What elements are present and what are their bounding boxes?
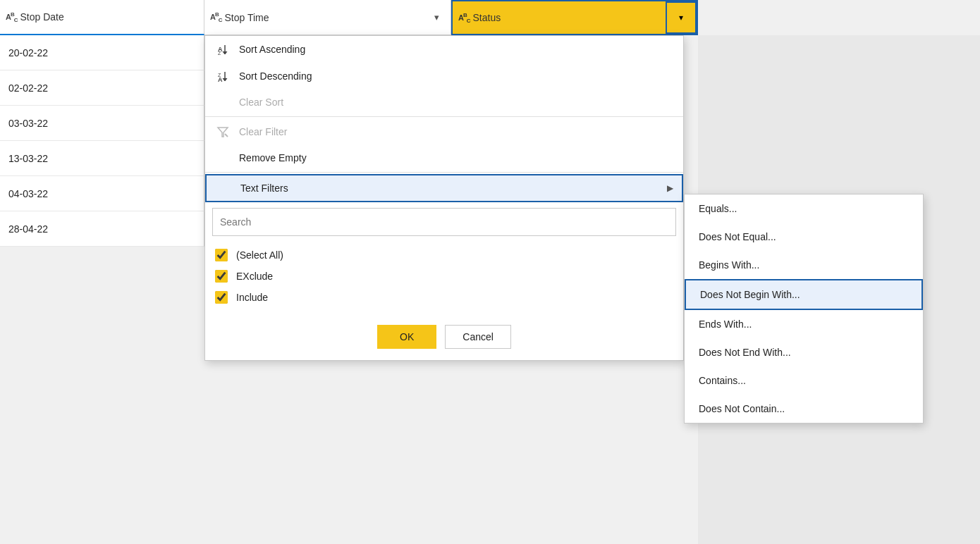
- abc-icon-status: ABC: [458, 12, 470, 24]
- text-filters-arrow: ▶: [667, 183, 673, 193]
- stop-time-header-label: Stop Time: [225, 12, 428, 23]
- contains-item[interactable]: Contains...: [685, 366, 923, 395]
- search-input[interactable]: [212, 208, 676, 236]
- remove-empty-label: Remove Empty: [239, 152, 307, 163]
- clear-filter-icon: [216, 125, 233, 138]
- ends-with-item[interactable]: Ends With...: [685, 310, 923, 338]
- cancel-button[interactable]: Cancel: [445, 325, 511, 349]
- begins-with-item[interactable]: Begins With...: [685, 251, 923, 279]
- clear-filter-label: Clear Filter: [239, 126, 287, 137]
- search-container: [205, 202, 683, 242]
- date-cell: 03-03-22: [8, 118, 48, 129]
- table-row: 04-03-22: [0, 176, 204, 211]
- does-not-begin-with-item[interactable]: Does Not Begin With...: [685, 279, 923, 310]
- menu-divider-1: [205, 116, 683, 117]
- svg-line-7: [225, 134, 228, 137]
- exclude-label: EXclude: [236, 271, 273, 282]
- sort-descending-icon: Z A: [216, 70, 233, 82]
- sort-descending-label: Sort Descending: [239, 70, 312, 82]
- menu-footer: OK Cancel: [205, 316, 683, 360]
- clear-sort-item[interactable]: Clear Sort: [205, 89, 683, 115]
- clear-filter-item[interactable]: Clear Filter: [205, 118, 683, 145]
- svg-text:Z: Z: [218, 51, 221, 56]
- sort-descending-item[interactable]: Z A Sort Descending: [205, 63, 683, 89]
- include-checkbox[interactable]: [215, 291, 228, 304]
- date-cell: 13-03-22: [8, 153, 48, 164]
- abc-icon-stop-date: ABC: [6, 11, 18, 23]
- table-row: 02-02-22: [0, 70, 204, 106]
- remove-empty-item[interactable]: Remove Empty: [205, 145, 683, 171]
- table-row: 28-04-22: [0, 211, 204, 247]
- stop-date-header-label: Stop Date: [20, 11, 198, 23]
- text-filters-label: Text Filters: [240, 183, 288, 194]
- date-cell: 02-02-22: [8, 82, 48, 94]
- include-label: Include: [236, 292, 268, 303]
- status-dropdown-btn[interactable]: ▾: [666, 1, 697, 34]
- ok-button[interactable]: OK: [377, 325, 436, 349]
- date-cell: 20-02-22: [8, 47, 48, 58]
- clear-sort-label: Clear Sort: [239, 97, 283, 108]
- text-filters-item[interactable]: Text Filters ▶: [205, 174, 683, 202]
- status-column-header: ABC Status ▾: [451, 0, 698, 35]
- stop-time-dropdown-btn[interactable]: ▾: [428, 9, 445, 26]
- does-not-equal-item[interactable]: Does Not Equal...: [685, 223, 923, 251]
- text-filters-submenu: Equals... Does Not Equal... Begins With.…: [684, 194, 924, 424]
- stop-date-column-header: ABC Stop Date: [0, 0, 204, 35]
- date-cell: 04-03-22: [8, 188, 48, 199]
- sort-ascending-item[interactable]: A Z Sort Ascending: [205, 36, 683, 63]
- does-not-contain-item[interactable]: Does Not Contain...: [685, 395, 923, 423]
- svg-text:A: A: [218, 76, 223, 82]
- include-checkbox-item[interactable]: Include: [212, 287, 676, 308]
- status-header-label: Status: [473, 12, 691, 23]
- select-all-label: (Select All): [236, 249, 283, 261]
- filter-checkbox-list: (Select All) EXclude Include: [205, 242, 683, 316]
- date-cell: 28-04-22: [8, 223, 48, 235]
- sort-ascending-label: Sort Ascending: [239, 44, 305, 55]
- stop-time-column-header: ABC Stop Time ▾: [204, 0, 451, 35]
- equals-item[interactable]: Equals...: [685, 194, 923, 223]
- abc-icon-stop-time: ABC: [210, 11, 222, 23]
- stop-date-table: 20-02-22 02-02-22 03-03-22 13-03-22 04-0…: [0, 35, 204, 247]
- table-row: 13-03-22: [0, 141, 204, 176]
- menu-divider-2: [205, 172, 683, 173]
- select-all-checkbox[interactable]: [215, 249, 228, 261]
- exclude-checkbox[interactable]: [215, 270, 228, 283]
- table-row: 20-02-22: [0, 35, 204, 70]
- column-filter-dropdown: A Z Sort Ascending Z A Sort Descending C…: [204, 35, 684, 361]
- exclude-checkbox-item[interactable]: EXclude: [212, 266, 676, 287]
- select-all-checkbox-item[interactable]: (Select All): [212, 245, 676, 266]
- does-not-end-with-item[interactable]: Does Not End With...: [685, 338, 923, 366]
- table-row: 03-03-22: [0, 106, 204, 141]
- sort-ascending-icon: A Z: [216, 43, 233, 56]
